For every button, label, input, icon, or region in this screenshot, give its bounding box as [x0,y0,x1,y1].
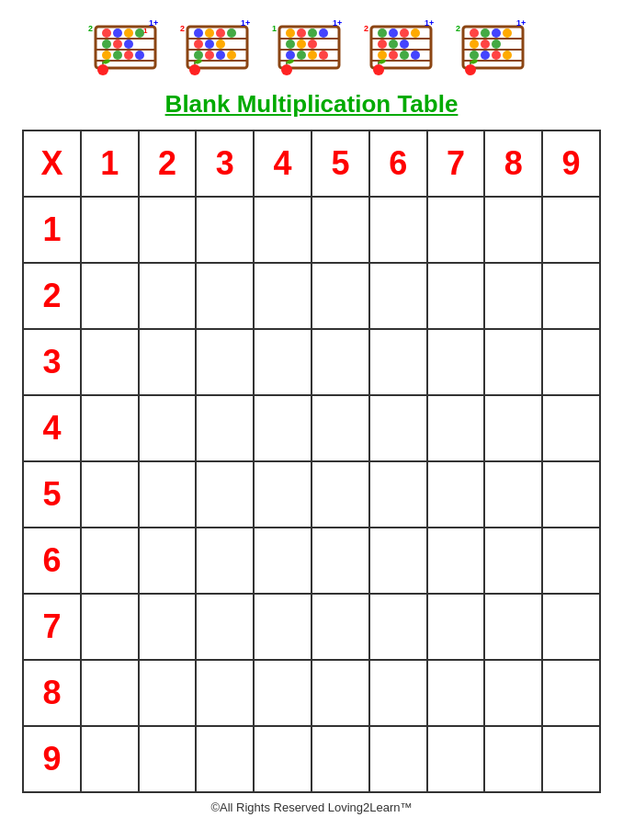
blank-cell [427,594,485,660]
svg-point-65 [378,28,387,38]
svg-point-30 [205,40,214,49]
svg-point-11 [102,51,111,60]
svg-point-87 [492,28,501,38]
svg-point-53 [297,51,306,60]
blank-cell [369,528,427,594]
blank-cell [542,528,600,594]
blank-cell [254,197,312,263]
blank-cell [312,528,369,594]
svg-point-48 [319,28,328,38]
table-row: 2 [23,263,600,329]
abacus-icon: 1+ 1 [270,13,353,77]
svg-point-68 [411,28,420,38]
svg-point-70 [389,40,398,49]
blank-cell [139,726,197,792]
svg-point-72 [378,51,387,60]
abacus-icon: 1+ 2 [362,13,445,77]
svg-point-35 [227,51,236,60]
header-col-1: 1 [81,131,139,197]
svg-text:2: 2 [456,24,460,33]
blank-cell [254,726,312,792]
blank-cell [369,660,427,726]
blank-cell [542,660,600,726]
blank-cell [196,594,254,660]
svg-text:2: 2 [88,24,93,33]
table-row: 4 [23,395,600,461]
row-label-5: 5 [23,461,81,528]
blank-cell [542,461,600,528]
svg-point-32 [194,51,203,60]
table-row: 5 [23,461,600,528]
svg-point-69 [378,40,387,49]
blank-cell [196,197,254,263]
svg-point-88 [503,28,512,38]
blank-cell [312,660,369,726]
blank-cell [484,197,542,263]
header-col-6: 6 [369,131,427,197]
page-title: Blank Multiplication Table [165,90,459,119]
blank-cell [484,726,542,792]
table-row: 3 [23,329,600,395]
blank-cell [81,660,139,726]
blank-cell [484,263,542,329]
blank-cell [312,263,369,329]
blank-cell [312,461,369,528]
svg-point-91 [492,40,501,49]
blank-cell [542,726,600,792]
svg-point-74 [400,51,409,60]
svg-point-73 [389,51,398,60]
blank-cell [139,197,197,263]
blank-cell [542,594,600,660]
svg-point-10 [124,40,133,49]
blank-cell [484,528,542,594]
table-row: 8 [23,660,600,726]
svg-point-51 [308,40,317,49]
blank-cell [81,197,139,263]
header-col-7: 7 [427,131,485,197]
blank-cell [81,594,139,660]
svg-point-49 [286,40,295,49]
blank-cell [139,528,197,594]
svg-text:1: 1 [272,24,277,33]
abacus-icon: 1+ 2 [454,13,537,77]
blank-cell [254,594,312,660]
blank-cell [427,726,485,792]
svg-point-14 [135,51,144,60]
svg-point-15 [97,64,108,75]
blank-cell [139,660,197,726]
svg-point-33 [205,51,214,60]
blank-cell [81,461,139,528]
multiplication-table: X123456789123456789 [22,130,601,793]
header-col-3: 3 [196,131,254,197]
row-label-8: 8 [23,660,81,726]
header-col-5: 5 [312,131,369,197]
header-col-2: 2 [139,131,197,197]
blank-cell [196,395,254,461]
header-col-9: 9 [542,131,600,197]
header-icons: 1+ 1 2 1+ 2 [86,4,537,83]
svg-point-6 [124,28,133,38]
blank-cell [254,395,312,461]
svg-point-26 [205,28,214,38]
svg-text:1+: 1+ [516,18,526,28]
blank-cell [196,263,254,329]
blank-cell [254,329,312,395]
abacus-icon: 1+ 1 2 [86,13,169,77]
svg-point-8 [102,40,111,49]
table-row: 1 [23,197,600,263]
svg-point-86 [481,28,490,38]
blank-cell [369,461,427,528]
blank-cell [484,594,542,660]
blank-cell [312,594,369,660]
row-label-9: 9 [23,726,81,792]
svg-point-28 [227,28,236,38]
svg-text:1+: 1+ [241,18,250,28]
svg-point-9 [113,40,122,49]
blank-cell [254,263,312,329]
svg-point-27 [216,28,225,38]
blank-cell [427,263,485,329]
abacus-icon: 1+ 2 [178,13,261,77]
blank-cell [196,461,254,528]
svg-point-45 [286,28,295,38]
svg-point-71 [400,40,409,49]
